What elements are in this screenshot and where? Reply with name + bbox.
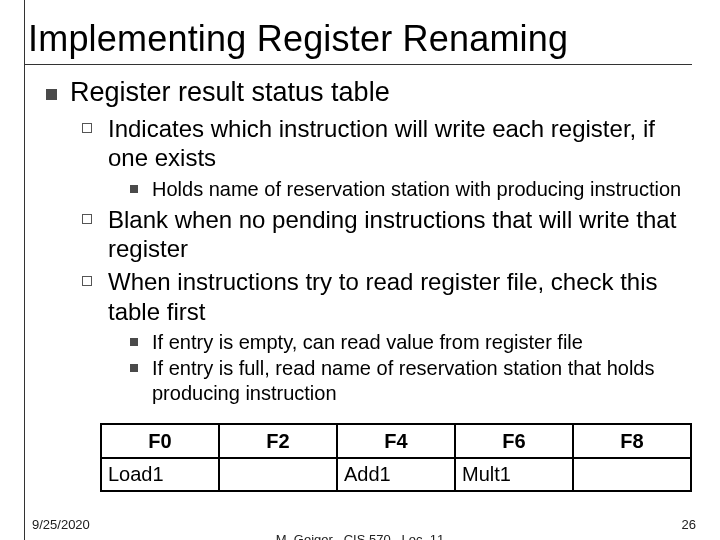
cell-f0: Load1 — [101, 458, 219, 491]
bullet-l1-0-text: Register result status table — [70, 77, 390, 107]
col-header-f6: F6 — [455, 424, 573, 458]
title-underline — [24, 64, 692, 65]
bullet-l2-2: When instructions try to read register f… — [82, 267, 692, 405]
slide: Implementing Register Renaming Register … — [0, 0, 720, 540]
slide-title: Implementing Register Renaming — [28, 18, 692, 60]
bullet-l2-0: Indicates which instruction will write e… — [82, 114, 692, 201]
col-header-f0: F0 — [101, 424, 219, 458]
col-header-f2: F2 — [219, 424, 337, 458]
bullet-l3-0: Holds name of reservation station with p… — [130, 177, 692, 201]
bullet-list-level2-a: Indicates which instruction will write e… — [70, 114, 692, 405]
bullet-l3-1-text: If entry is empty, can read value from r… — [152, 331, 583, 353]
bullet-l3-0-text: Holds name of reservation station with p… — [152, 178, 681, 200]
col-header-f4: F4 — [337, 424, 455, 458]
cell-f8 — [573, 458, 691, 491]
footer-center: M. Geiger CIS 570 Lec. 11 — [0, 532, 720, 540]
col-header-f8: F8 — [573, 424, 691, 458]
bullet-list-level3-b: If entry is empty, can read value from r… — [108, 330, 692, 405]
bullet-l3-1: If entry is empty, can read value from r… — [130, 330, 692, 354]
bullet-l3-2-text: If entry is full, read name of reservati… — [152, 357, 654, 403]
footer-date: 9/25/2020 — [32, 517, 90, 532]
bullet-list-level3-a: Holds name of reservation station with p… — [108, 177, 692, 201]
cell-f6: Mult1 — [455, 458, 573, 491]
bullet-l3-2: If entry is full, read name of reservati… — [130, 356, 692, 405]
cell-f2 — [219, 458, 337, 491]
bullet-l2-1-text: Blank when no pending instructions that … — [108, 206, 676, 262]
footer-page-number: 26 — [682, 517, 696, 532]
cell-f4: Add1 — [337, 458, 455, 491]
left-vertical-rule — [24, 0, 25, 540]
table-header-row: F0 F2 F4 F6 F8 — [101, 424, 691, 458]
bullet-l2-2-text: When instructions try to read register f… — [108, 268, 658, 324]
register-status-table: F0 F2 F4 F6 F8 Load1 Add1 Mult1 — [100, 423, 692, 492]
bullet-l1-0: Register result status table Indicates w… — [46, 77, 692, 405]
bullet-l2-0-text: Indicates which instruction will write e… — [108, 115, 655, 171]
bullet-l2-1: Blank when no pending instructions that … — [82, 205, 692, 264]
table-row: Load1 Add1 Mult1 — [101, 458, 691, 491]
bullet-list-level1: Register result status table Indicates w… — [28, 77, 692, 405]
